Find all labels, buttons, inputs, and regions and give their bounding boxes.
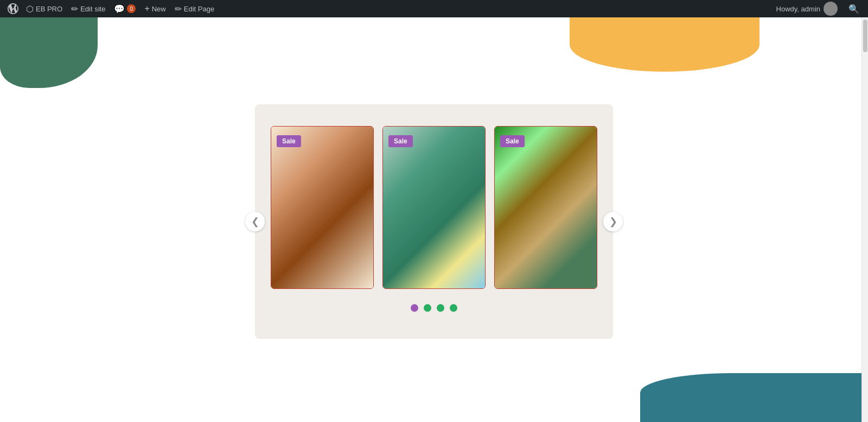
prev-arrow-icon: ❮ — [251, 216, 259, 228]
dot-4[interactable] — [450, 304, 457, 312]
howdy-text: Howdy, admin — [776, 5, 820, 13]
edit-site-label: Edit site — [80, 5, 105, 13]
comments-count: 0 — [127, 4, 136, 13]
product-card-3[interactable]: Sale — [494, 126, 597, 289]
scrollbar-thumb[interactable] — [863, 20, 867, 52]
edit-page-label: Edit Page — [184, 5, 214, 13]
plus-icon: + — [144, 4, 149, 14]
comment-icon: 💬 — [114, 4, 125, 14]
eb-pro-label: EB PRO — [36, 5, 62, 13]
next-arrow-icon: ❯ — [609, 216, 617, 228]
avatar — [824, 2, 838, 16]
dot-1[interactable] — [411, 304, 418, 312]
edit-site-item[interactable]: ✏ Edit site — [67, 0, 110, 17]
search-button[interactable]: 🔍 — [844, 4, 864, 14]
new-item[interactable]: + New — [140, 0, 170, 17]
sale-badge-3: Sale — [500, 135, 525, 147]
admin-bar-right: Howdy, admin 🔍 — [772, 2, 864, 16]
carousel-track: Sale Sale Sale — [271, 126, 597, 289]
sale-badge-2: Sale — [388, 135, 413, 147]
page-content: ❮ Sale Sale Sale ❯ — [0, 17, 868, 422]
decorative-shape-green — [0, 17, 98, 88]
carousel-dots — [271, 304, 597, 312]
dot-2[interactable] — [424, 304, 431, 312]
admin-bar: ⬡ EB PRO ✏ Edit site 💬 0 + New ✏ Edit Pa… — [0, 0, 868, 17]
carousel-next-button[interactable]: ❯ — [603, 212, 623, 231]
decorative-shape-orange — [570, 17, 760, 72]
carousel-prev-button[interactable]: ❮ — [245, 212, 265, 231]
dot-3[interactable] — [437, 304, 444, 312]
decorative-shape-teal — [640, 373, 868, 422]
scrollbar[interactable] — [861, 17, 868, 422]
sale-badge-1: Sale — [277, 135, 301, 147]
new-label: New — [152, 5, 166, 13]
edit-page-item[interactable]: ✏ Edit Page — [170, 0, 219, 17]
edit-site-icon: ✏ — [71, 4, 78, 14]
carousel-container: ❮ Sale Sale Sale ❯ — [255, 104, 613, 339]
product-card-1[interactable]: Sale — [271, 126, 374, 289]
product-card-2[interactable]: Sale — [382, 126, 486, 289]
howdy-section[interactable]: Howdy, admin — [772, 2, 842, 16]
comments-item[interactable]: 💬 0 — [110, 0, 140, 17]
eb-pro-item[interactable]: ⬡ EB PRO — [22, 0, 67, 17]
pencil-icon: ✏ — [175, 4, 182, 14]
eb-pro-icon: ⬡ — [26, 4, 34, 14]
wp-logo[interactable] — [4, 0, 22, 17]
